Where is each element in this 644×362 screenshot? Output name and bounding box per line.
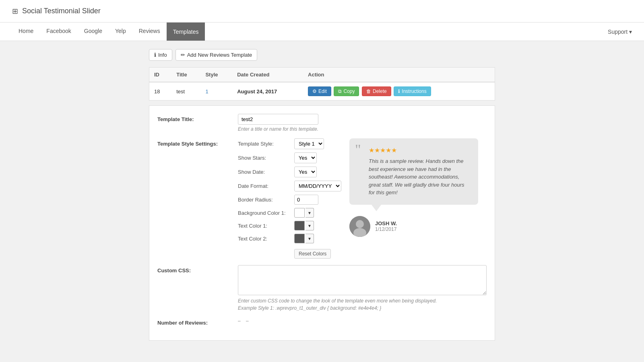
row-id: 18 [149, 82, 172, 101]
template-style-select[interactable]: Style 1 [294, 138, 324, 149]
template-title-hint: Enter a title or name for this template. [238, 126, 487, 132]
template-title-content: Enter a title or name for this template. [238, 114, 487, 132]
text-color2-picker: ▼ [294, 234, 314, 243]
reviewer-avatar [349, 216, 370, 237]
info-button[interactable]: ℹ Info [149, 49, 172, 61]
quote-mark: " [355, 142, 361, 157]
nav-item-home[interactable]: Home [12, 23, 40, 41]
nav-item-yelp[interactable]: Yelp [109, 23, 132, 41]
bg-color1-field: Background Color 1: ▼ [238, 208, 341, 218]
copy-button[interactable]: ⧉ Copy [334, 86, 359, 96]
navigation: Home Facebook Google Yelp Reviews Templa… [0, 23, 644, 41]
number-of-reviews-row: Number of Reviews: – – [157, 317, 487, 326]
style-fields: Template Style: Style 1 Show Stars: Yes … [238, 138, 341, 259]
add-template-button[interactable]: ✏ Add New Reviews Template [175, 49, 258, 61]
gear-icon: ⚙ [312, 88, 317, 94]
number-of-reviews-content: – – [238, 317, 487, 326]
text-color1-swatch[interactable] [294, 221, 305, 230]
app-icon: ⊞ [12, 7, 18, 16]
template-title-input[interactable] [238, 114, 318, 125]
template-title-row: Template Title: Enter a title or name fo… [157, 114, 487, 132]
text-color2-swatch[interactable] [294, 234, 305, 243]
nav-item-templates[interactable]: Templates [167, 23, 205, 41]
border-radius-label: Border Radius: [238, 197, 290, 203]
templates-table: ID Title Style Date Created Action 18 te… [149, 67, 495, 101]
table-header-row: ID Title Style Date Created Action [149, 68, 495, 82]
reset-colors-row: Reset Colors [238, 247, 341, 259]
row-date: August 24, 2017 [232, 82, 303, 101]
bg-color1-picker: ▼ [294, 208, 314, 218]
show-stars-select[interactable]: Yes No [294, 152, 317, 163]
number-of-reviews-label: Number of Reviews: [157, 317, 238, 326]
nav-right: Support ▾ [608, 23, 632, 41]
text-color2-arrow[interactable]: ▼ [305, 234, 314, 243]
info-circle-icon: ℹ [154, 52, 156, 58]
col-date: Date Created [232, 68, 303, 82]
custom-css-textarea[interactable] [238, 265, 487, 295]
show-date-label: Show Date: [238, 169, 290, 175]
delete-button[interactable]: 🗑 Delete [362, 86, 391, 96]
row-actions: ⚙ Edit ⧉ Copy 🗑 Delete ℹ Instructions [303, 82, 495, 101]
template-style-label: Template Style: [238, 141, 290, 147]
review-text: This is a sample review. Hands down the … [359, 157, 469, 197]
text-color1-label: Text Color 1: [238, 223, 290, 229]
show-date-field: Show Date: Yes No [238, 167, 341, 177]
template-title-label: Template Title: [157, 114, 238, 132]
show-stars-label: Show Stars: [238, 155, 290, 161]
custom-css-content: Enter custom CSS code to change the look… [238, 265, 487, 311]
style-settings-row: Template Style Settings: Template Style:… [157, 138, 487, 259]
svg-point-1 [356, 220, 364, 228]
info-icon: ℹ [398, 88, 400, 94]
top-bar: ⊞ Social Testimonial Slider [0, 0, 644, 23]
reviewer-name: JOSH W. [375, 220, 397, 226]
custom-css-label: Custom CSS: [157, 265, 238, 311]
show-stars-field: Show Stars: Yes No [238, 152, 341, 163]
text-color1-field: Text Color 1: ▼ [238, 221, 341, 230]
nav-item-facebook[interactable]: Facebook [40, 23, 77, 41]
reviewer-info: JOSH W. 1/12/2017 [375, 220, 397, 232]
bg-color1-arrow[interactable]: ▼ [305, 208, 314, 218]
instructions-button[interactable]: ℹ Instructions [394, 86, 431, 96]
template-style-field: Template Style: Style 1 [238, 138, 341, 149]
copy-icon: ⧉ [338, 88, 342, 94]
reset-colors-button[interactable]: Reset Colors [294, 249, 331, 259]
reviewer-date: 1/12/2017 [375, 226, 397, 232]
style-settings-label: Template Style Settings: [157, 138, 238, 259]
custom-css-row: Custom CSS: Enter custom CSS code to cha… [157, 265, 487, 311]
review-stars: ★★★★★ [359, 146, 469, 154]
pencil-icon: ✏ [181, 52, 185, 58]
bg-color1-swatch[interactable] [294, 208, 305, 218]
review-card: " ★★★★★ This is a sample review. Hands d… [349, 138, 478, 205]
custom-css-hint2: Example Style 1: .wprevpro_t1_outer_div … [238, 305, 487, 311]
date-format-field: Date Format: MM/DD/YYYY DD/MM/YYYY [238, 181, 341, 191]
support-button[interactable]: Support ▾ [608, 29, 632, 35]
text-color1-picker: ▼ [294, 221, 314, 230]
text-color2-label: Text Color 2: [238, 236, 290, 242]
table-row: 18 test 1 August 24, 2017 ⚙ Edit ⧉ Copy … [149, 82, 495, 101]
text-color2-field: Text Color 2: ▼ [238, 234, 341, 243]
style-settings-content: Template Style: Style 1 Show Stars: Yes … [238, 138, 487, 259]
text-color1-arrow[interactable]: ▼ [305, 221, 314, 230]
row-style: 1 [200, 82, 232, 101]
col-id: ID [149, 68, 172, 82]
col-action: Action [303, 68, 495, 82]
edit-button[interactable]: ⚙ Edit [308, 86, 331, 96]
border-radius-input[interactable] [294, 195, 318, 205]
nav-item-google[interactable]: Google [78, 23, 109, 41]
reviewer-section: JOSH W. 1/12/2017 [349, 216, 478, 237]
row-title: test [171, 82, 200, 101]
border-radius-field: Border Radius: [238, 195, 341, 205]
bg-color1-label: Background Color 1: [238, 210, 290, 216]
action-bar: ℹ Info ✏ Add New Reviews Template [149, 49, 495, 61]
app-title: Social Testimonial Slider [22, 7, 101, 15]
show-date-select[interactable]: Yes No [294, 167, 317, 177]
date-format-select[interactable]: MM/DD/YYYY DD/MM/YYYY [294, 181, 341, 191]
custom-css-hint1: Enter custom CSS code to change the look… [238, 298, 487, 304]
date-format-label: Date Format: [238, 183, 290, 189]
number-of-reviews-hint: – – [238, 318, 249, 324]
col-title: Title [171, 68, 200, 82]
preview-area: " ★★★★★ This is a sample review. Hands d… [349, 138, 478, 237]
trash-icon: 🗑 [366, 88, 371, 94]
template-form: Template Title: Enter a title or name fo… [149, 105, 495, 341]
nav-item-reviews[interactable]: Reviews [132, 23, 167, 41]
